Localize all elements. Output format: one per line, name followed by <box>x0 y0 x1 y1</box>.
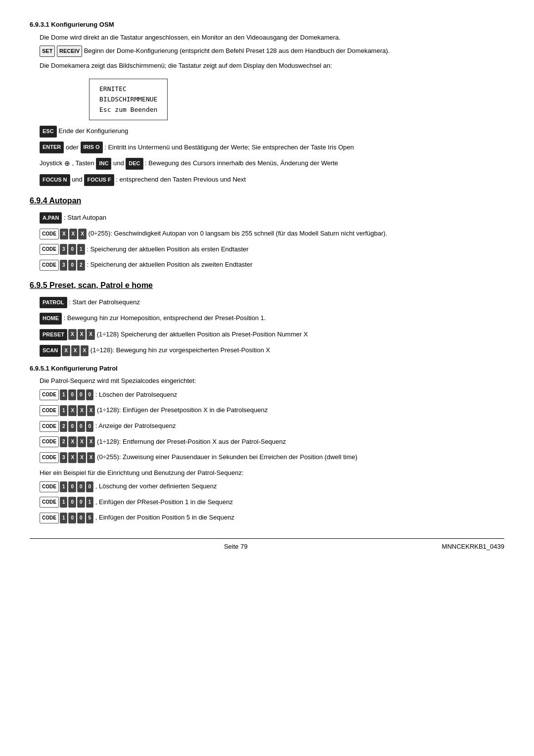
iris-o-key: IRIS O <box>81 142 103 153</box>
c2-x1: X <box>68 405 77 416</box>
preset-x3: X <box>87 329 95 340</box>
patrol-text: : Start der Patrolsequenz <box>69 298 140 306</box>
apan-text: : Start Autopan <box>64 214 106 221</box>
c1-0b: 0 <box>77 389 85 400</box>
e3-row: CODE 1 0 0 5 , Einfügen der Position Pos… <box>40 512 504 523</box>
display-line1: ERNITEC <box>99 84 157 94</box>
section-694: 6.9.4 Autopan A.PAN : Start Autopan CODE… <box>30 195 504 271</box>
c1xxx-keys: CODE 1 X X X <box>40 405 95 416</box>
focus-row: FOCUS N und FOCUS F : entsprechend den T… <box>40 174 504 186</box>
e3-0a: 0 <box>68 513 76 523</box>
e1-keys: CODE 1 0 0 0 <box>40 481 93 492</box>
three-key-2: 3 <box>60 260 68 271</box>
focus-text: : entsprechend den Tasten Previous und N… <box>116 176 246 183</box>
code-xxx-text: (0÷255): Geschwindigkeit Autopan von 0 l… <box>89 230 388 237</box>
section-6951: 6.9.5.1 Konfigurierung Patrol Die Patrol… <box>30 364 504 523</box>
section-6931: 6.9.3.1 Konfigurierung OSM Die Dome wird… <box>30 20 504 186</box>
dec-key: DEC <box>126 158 143 170</box>
c1-0a: 0 <box>68 389 76 400</box>
code-302-text: : Speicherung der aktuellen Position als… <box>87 261 252 268</box>
receiv-key: RECEIV <box>57 46 82 57</box>
display-line3: Esc zum Beenden <box>99 105 157 115</box>
section-695-title: 6.9.5 Preset, scan, Patrol e home <box>30 280 504 291</box>
scan-x1: X <box>62 345 70 356</box>
section-6931-title: 6.9.3.1 Konfigurierung OSM <box>30 20 504 30</box>
code-k-c3: CODE <box>40 421 59 432</box>
c2-text: (1÷128): Einfügen der Presetposition X i… <box>97 406 267 414</box>
c1-text: : Löschen der Patrolsequenz <box>95 391 178 398</box>
apan-row: A.PAN : Start Autopan <box>40 212 504 224</box>
scan-key: SCAN <box>40 345 61 357</box>
code-k-e2: CODE <box>40 497 59 508</box>
c2-1: 1 <box>60 405 68 416</box>
enter-text: : Eintritt ins Untermenü und Bestätigung… <box>104 143 354 151</box>
code-k-e1: CODE <box>40 481 59 492</box>
c5-x1: X <box>68 452 77 463</box>
e3-5: 5 <box>86 513 94 523</box>
x-key-1: X <box>60 229 68 239</box>
set-key: SET <box>40 46 55 57</box>
c1000-row: CODE 1 0 0 0 : Löschen der Patrolsequenz <box>40 389 504 401</box>
preset-xxx-row: PRESET X X X (1÷128) Speicherung der akt… <box>40 329 504 340</box>
section-6951-title: 6.9.5.1 Konfigurierung Patrol <box>30 364 504 374</box>
scan-xxx-row: SCAN X X X (1÷128): Bewegung hin zur vor… <box>40 344 504 356</box>
e3-keys: CODE 1 0 0 5 <box>40 513 93 523</box>
und2: und <box>72 176 84 183</box>
enter-or: oder <box>66 143 81 151</box>
example-p: Hier ein Beispiel für die Einrichtung un… <box>40 468 504 478</box>
e2-keys: CODE 1 0 0 1 <box>40 497 93 508</box>
code-key-3: CODE <box>40 260 59 271</box>
c4-x2: X <box>78 436 86 447</box>
preset-key: PRESET <box>40 329 67 341</box>
esc-row: ESC Ende der Konfigurierung <box>40 125 504 137</box>
two-key-1: 2 <box>77 260 85 271</box>
e3-text: , Einfügen der Position Position 5 in di… <box>95 514 234 521</box>
e3-0b: 0 <box>77 513 85 523</box>
one-key-1: 1 <box>77 244 85 255</box>
joystick-label: Joystick <box>40 159 64 167</box>
e2-0a: 0 <box>68 497 76 508</box>
set-receiv-text: Beginn der Dome-Konfigurierung (entspric… <box>84 47 390 54</box>
c3xxx-keys: CODE 3 X X X <box>40 452 95 463</box>
footer-page: Seite 79 <box>30 543 442 550</box>
c3-2: 2 <box>60 421 68 432</box>
section-6931-p1: Die Dome wird direkt an die Tastatur ang… <box>40 33 504 43</box>
und-text: und <box>113 159 126 167</box>
e2-1b: 1 <box>86 497 94 508</box>
display-box: ERNITEC BILDSCHIRMMENUE Esc zum Beenden <box>89 79 168 120</box>
patrol-start-row: PATROL : Start der Patrolsequenz <box>40 296 504 308</box>
joystick-mid: , Tasten <box>72 159 96 167</box>
focus-n-key: FOCUS N <box>40 174 70 186</box>
code-xxx-row: CODE X X X (0÷255): Geschwindigkeit Auto… <box>40 228 504 239</box>
c5-3: 3 <box>60 452 68 463</box>
e1-0b: 0 <box>77 481 85 492</box>
code-k-c1: CODE <box>40 389 59 400</box>
scan-text: (1÷128): Bewegung hin zur vorgespeichert… <box>90 346 270 354</box>
home-row: HOME : Bewegung hin zur Homeposition, en… <box>40 312 504 324</box>
scan-x2: X <box>71 345 80 356</box>
joystick-row: Joystick ⊕ , Tasten INC und DEC : Bewegu… <box>40 157 504 170</box>
home-key: HOME <box>40 313 62 325</box>
zero-key-2: 0 <box>68 260 76 271</box>
preset-text: (1÷128) Speicherung der aktuellen Positi… <box>97 331 308 338</box>
c4-x3: X <box>87 436 95 447</box>
code-301-keys: CODE 3 0 1 <box>40 244 85 255</box>
e1-1: 1 <box>60 481 68 492</box>
inc-key: INC <box>96 158 111 170</box>
c4-2: 2 <box>60 436 68 447</box>
zero-key-1: 0 <box>68 244 76 255</box>
enter-row: ENTER oder IRIS O : Eintritt ins Unterme… <box>40 142 504 153</box>
c2-x2: X <box>78 405 86 416</box>
c1-1: 1 <box>60 389 68 400</box>
home-text: : Bewegung hin zur Homeposition, entspre… <box>64 314 266 322</box>
e2-1: 1 <box>60 497 68 508</box>
c2-x3: X <box>87 405 95 416</box>
code-302-row: CODE 3 0 2 : Speicherung der aktuellen P… <box>40 259 504 271</box>
section-694-title: 6.9.4 Autopan <box>30 195 504 207</box>
code-302-keys: CODE 3 0 2 <box>40 260 85 271</box>
c2000-keys: CODE 2 0 0 0 <box>40 421 93 432</box>
footer-doc: MNNCEKRKB1_0439 <box>442 543 504 550</box>
c2000-row: CODE 2 0 0 0 : Anzeige der Patrolsequenz <box>40 420 504 432</box>
x-key-3: X <box>78 229 87 239</box>
footer: Seite 79 MNNCEKRKB1_0439 <box>30 538 504 550</box>
